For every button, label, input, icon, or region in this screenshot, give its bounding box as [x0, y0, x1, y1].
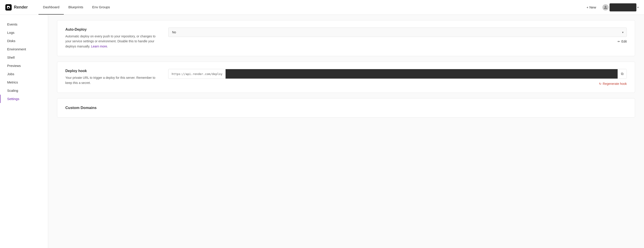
render-logo-icon [5, 4, 12, 10]
deploy-hook-title: Deploy hook [65, 69, 159, 73]
user-menu[interactable]: ▾ [602, 3, 639, 12]
user-display-box [610, 3, 636, 12]
sidebar-item-scaling[interactable]: Scaling [0, 86, 48, 95]
auto-deploy-edit-button[interactable]: ✏ Edit [168, 40, 627, 43]
nav-links: Dashboard Blueprints Env Groups [38, 0, 114, 14]
auto-deploy-right: No Yes ▾ ✏ Edit [168, 28, 627, 43]
nav-blueprints[interactable]: Blueprints [64, 0, 88, 14]
auto-deploy-left: Auto-Deploy Automatic deploy on every pu… [65, 28, 159, 49]
deploy-hook-url-redacted [226, 69, 618, 78]
auto-deploy-learn-more-link[interactable]: Learn more [91, 44, 107, 48]
sidebar-item-disks[interactable]: Disks [0, 37, 48, 45]
custom-domains-card: Custom Domains [57, 98, 635, 118]
avatar-icon [602, 4, 609, 10]
sidebar-item-metrics[interactable]: Metrics [0, 78, 48, 86]
deploy-hook-url-prefix: https://api.render.com/deploy [168, 70, 226, 78]
edit-icon: ✏ [618, 40, 620, 43]
svg-rect-0 [5, 4, 12, 10]
logo-text: Render [14, 5, 28, 10]
sidebar-item-previews[interactable]: Previews [0, 62, 48, 70]
sidebar-item-environment[interactable]: Environment [0, 45, 48, 53]
nav-right: + New ▾ [583, 3, 639, 12]
main-content: Auto-Deploy Automatic deploy on every pu… [48, 15, 644, 248]
auto-deploy-select[interactable]: No Yes [168, 28, 627, 37]
deploy-hook-card: Deploy hook Your private URL to trigger … [57, 62, 635, 93]
sidebar-item-shell[interactable]: Shell [0, 53, 48, 62]
auto-deploy-row: Auto-Deploy Automatic deploy on every pu… [65, 28, 627, 49]
auto-deploy-select-wrapper: No Yes ▾ [168, 28, 627, 37]
copy-hook-url-button[interactable]: ⧉ [618, 69, 626, 78]
chevron-down-icon: ▾ [637, 6, 639, 9]
sidebar-item-settings[interactable]: Settings [0, 95, 48, 103]
deploy-hook-description: Your private URL to trigger a deploy for… [65, 75, 159, 85]
auto-deploy-title: Auto-Deploy [65, 28, 159, 32]
svg-point-1 [604, 6, 606, 8]
regenerate-hook-button[interactable]: ↻ Regenerate hook [168, 82, 627, 86]
auto-deploy-card: Auto-Deploy Automatic deploy on every pu… [57, 20, 635, 56]
custom-domains-title: Custom Domains [65, 106, 627, 110]
sidebar-item-logs[interactable]: Logs [0, 28, 48, 37]
page-layout: Events Logs Disks Environment Shell Prev… [0, 15, 644, 248]
sidebar-item-jobs[interactable]: Jobs [0, 70, 48, 78]
nav-dashboard[interactable]: Dashboard [38, 0, 64, 14]
logo[interactable]: Render [5, 4, 28, 10]
deploy-hook-url-row: https://api.render.com/deploy ⧉ [168, 69, 627, 79]
deploy-hook-row: Deploy hook Your private URL to trigger … [65, 69, 627, 86]
top-navigation: Render Dashboard Blueprints Env Groups +… [0, 0, 644, 15]
sidebar-item-events[interactable]: Events [0, 20, 48, 28]
nav-env-groups[interactable]: Env Groups [88, 0, 114, 14]
new-button[interactable]: + New [583, 4, 600, 11]
sidebar: Events Logs Disks Environment Shell Prev… [0, 15, 48, 248]
regenerate-icon: ↻ [599, 82, 602, 86]
deploy-hook-right: https://api.render.com/deploy ⧉ ↻ Regene… [168, 69, 627, 86]
auto-deploy-description: Automatic deploy on every push to your r… [65, 34, 159, 49]
deploy-hook-left: Deploy hook Your private URL to trigger … [65, 69, 159, 85]
